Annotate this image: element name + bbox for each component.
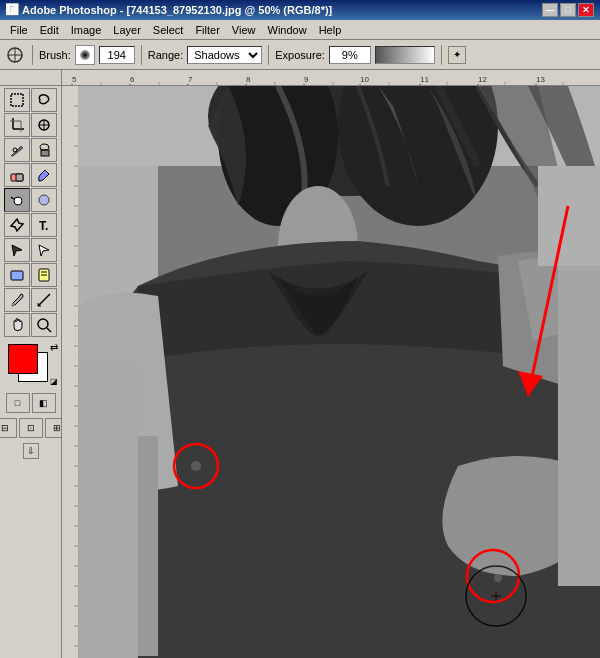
svg-rect-96 [538,166,600,266]
ruler-marks: 5 6 7 8 9 10 11 12 13 [62,70,600,85]
svg-text:5: 5 [72,75,77,84]
menu-window[interactable]: Window [262,22,313,38]
menu-select[interactable]: Select [147,22,190,38]
screen-mode-full[interactable]: ⊡ [19,418,43,438]
svg-text:6: 6 [130,75,135,84]
svg-rect-98 [78,366,138,658]
screen-mode-standard[interactable]: ⊟ [0,418,17,438]
brush-size-input[interactable] [99,46,135,64]
svg-line-57 [47,328,51,332]
foreground-color-swatch[interactable] [8,344,38,374]
menu-edit[interactable]: Edit [34,22,65,38]
tool-notes[interactable] [31,263,57,287]
svg-rect-58 [62,86,78,658]
svg-text:13: 13 [536,75,545,84]
svg-rect-40 [41,150,49,156]
swap-colors-button[interactable]: ⇄ [50,342,58,353]
tool-stamp[interactable] [31,138,57,162]
svg-point-94 [191,461,201,471]
tool-measure[interactable] [31,288,57,312]
tool-dodge[interactable] [4,188,30,212]
tool-row-9 [4,288,57,312]
photo-container [78,86,600,658]
menu-filter[interactable]: Filter [189,22,225,38]
standard-mode-button[interactable]: □ [6,393,30,413]
title-bar: 🅿 Adobe Photoshop - [744153_87952130.jpg… [0,0,600,20]
tool-direct-select[interactable] [31,238,57,262]
tool-row-4 [4,163,57,187]
tool-row-6: T. [4,213,57,237]
jump-to-imageready[interactable]: ⇩ [23,443,39,459]
brush-dot [80,50,90,60]
menu-file[interactable]: File [4,22,34,38]
tool-lasso[interactable] [31,88,57,112]
color-swatches: ⇄ ◪ [4,342,58,386]
svg-point-56 [38,319,48,329]
tool-row-3 [4,138,57,162]
tool-row-1 [4,88,57,112]
svg-text:9: 9 [304,75,309,84]
svg-text:12: 12 [478,75,487,84]
svg-text:8: 8 [246,75,251,84]
svg-point-46 [39,195,49,205]
close-button[interactable]: ✕ [578,3,594,17]
toolbar: T. [0,86,62,658]
svg-text:T.: T. [39,219,48,233]
tool-type[interactable]: T. [31,213,57,237]
canvas-area[interactable] [62,86,600,658]
tool-marquee[interactable] [4,88,30,112]
quickmask-mode-button[interactable]: ◧ [32,393,56,413]
tool-zoom[interactable] [31,313,57,337]
ps-app-icon: 🅿 [6,3,18,17]
tool-eyedropper[interactable] [4,288,30,312]
ruler-left-marks [62,86,78,658]
menu-layer[interactable]: Layer [107,22,147,38]
title-bar-controls: — □ ✕ [542,3,594,17]
tool-row-5 [4,188,57,212]
photo-canvas[interactable] [78,86,600,658]
tool-shape[interactable] [4,263,30,287]
airbrush-button[interactable]: ✦ [448,46,466,64]
main-area: T. [0,86,600,658]
svg-line-45 [11,197,14,199]
reset-colors-button[interactable]: ◪ [50,377,58,386]
tool-hand[interactable] [4,313,30,337]
exposure-slider[interactable] [375,46,435,64]
screen-mode-fullscreen[interactable]: ⊞ [45,418,63,438]
svg-rect-31 [11,94,23,106]
options-separator-1 [32,45,33,65]
ruler-top-row: 5 6 7 8 9 10 11 12 13 [0,70,600,86]
svg-rect-3 [62,70,600,85]
title-text: Adobe Photoshop - [744153_87952130.jpg @… [22,4,332,16]
menu-view[interactable]: View [226,22,262,38]
options-bar: Brush: Range: Shadows Midtones Highlight… [0,40,600,70]
tool-patch[interactable] [31,113,57,137]
brush-preview[interactable] [75,45,95,65]
menu-help[interactable]: Help [313,22,348,38]
tool-paint-bucket[interactable] [31,163,57,187]
mode-buttons: □ ◧ [6,393,56,413]
tool-path-select[interactable] [4,238,30,262]
tool-pen[interactable] [4,213,30,237]
svg-rect-48 [11,271,23,280]
ruler-corner [0,70,62,85]
tool-heal[interactable] [4,138,30,162]
exposure-input[interactable] [329,46,371,64]
svg-point-39 [13,148,17,152]
minimize-button[interactable]: — [542,3,558,17]
options-separator-3 [268,45,269,65]
svg-point-52 [12,303,15,306]
range-dropdown[interactable]: Shadows Midtones Highlights [187,46,262,64]
tool-row-7 [4,238,57,262]
exposure-label: Exposure: [275,49,325,61]
svg-text:11: 11 [420,75,429,84]
svg-text:10: 10 [360,75,369,84]
range-label: Range: [148,49,183,61]
maximize-button[interactable]: □ [560,3,576,17]
tool-blur[interactable] [31,188,57,212]
menu-image[interactable]: Image [65,22,108,38]
tool-crop[interactable] [4,113,30,137]
svg-line-53 [38,294,50,306]
tool-eraser[interactable] [4,163,30,187]
svg-point-44 [14,197,22,205]
